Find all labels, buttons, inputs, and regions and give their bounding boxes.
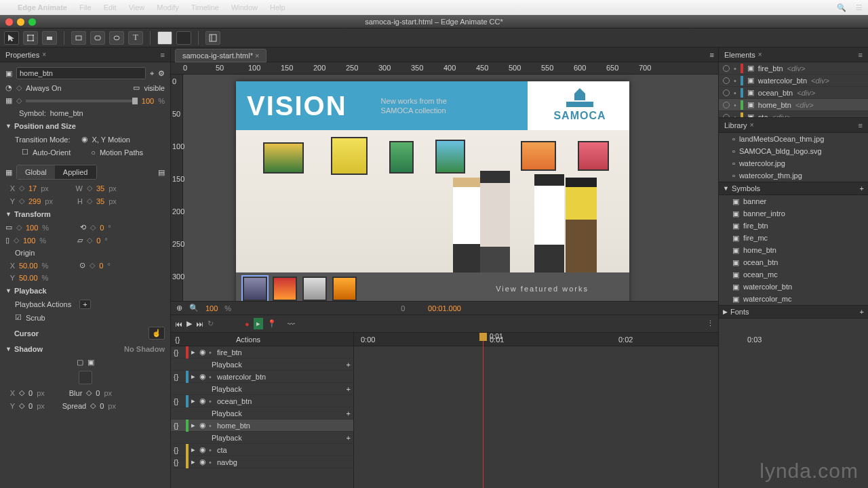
library-symbol[interactable]: ▣home_btn [719,244,868,256]
add-action-icon[interactable]: + [347,434,351,442]
add-action-icon[interactable]: + [347,409,351,418]
lock-icon[interactable]: • [734,77,736,85]
close-window-button[interactable] [5,18,13,26]
shadow-x[interactable]: 0 [28,389,33,397]
pin-button[interactable]: 📍 [267,319,277,328]
motion-paths-option[interactable]: Motion Paths [100,148,143,157]
skew-value[interactable]: 0 [96,237,100,245]
text-tool-button[interactable]: T [128,31,143,45]
visibility-eye-icon[interactable] [723,77,730,84]
panel-menu-icon[interactable]: ≡ [859,121,863,129]
panel-menu-icon[interactable]: ≡ [161,51,165,59]
visibility-toggle-icon[interactable]: ◉ [199,348,206,357]
library-symbol[interactable]: ▣banner_intro [719,207,868,220]
rounded-rect-tool-button[interactable] [90,31,105,45]
coord-icon[interactable]: ▦ [5,168,12,177]
center-stage-icon[interactable]: ⊕ [176,304,182,312]
clip-tool-button[interactable] [42,31,57,45]
easing-button[interactable]: 〰 [288,320,295,328]
shadow-spread[interactable]: 0 [100,402,104,410]
library-symbol[interactable]: ▣watercolor_btn [719,281,868,293]
radio-off-icon[interactable]: ○ [91,148,96,157]
auto-keyframe-button[interactable]: ● [245,320,250,328]
close-tab-icon[interactable]: × [42,51,46,58]
go-to-start-button[interactable]: ⏮ [175,320,182,328]
w-value[interactable]: 35 [96,184,104,192]
library-asset[interactable]: ▫watercolor.jpg [719,157,868,169]
origin-y-value[interactable]: 50.00 [19,274,38,282]
timeline-sublayer[interactable]: Playback+ [171,432,353,444]
y-value[interactable]: 299 [28,197,41,205]
play-button[interactable]: ▶ [186,319,192,328]
xy-motion-option[interactable]: X, Y Motion [92,136,130,144]
thumb-ocean[interactable] [332,277,357,301]
element-row[interactable]: •▣watercolor_btn<div> [719,75,868,87]
visibility-toggle-icon[interactable]: ◉ [199,421,206,430]
add-symbol-button[interactable]: + [860,184,864,192]
playhead-handle[interactable] [479,333,487,341]
thumb-fire[interactable] [273,277,297,301]
always-on-icon[interactable]: ◔ [5,83,12,92]
visibility-eye-icon[interactable] [723,102,730,108]
panel-menu-icon[interactable]: ≡ [859,51,863,59]
close-tab-icon[interactable]: × [750,121,754,129]
library-asset[interactable]: ▫SAMOCA_bldg_logo.svg [719,145,868,157]
global-button[interactable]: Global [17,165,55,179]
layer-actions-icon[interactable]: {} [174,348,183,357]
layer-actions-icon[interactable]: {} [174,422,183,430]
thumb-home[interactable] [243,277,267,301]
library-asset[interactable]: ▫landMeetsOcean_thm.jpg [719,133,868,145]
selection-tool-button[interactable] [4,31,19,45]
add-action-icon[interactable]: + [347,385,351,393]
timeline-ruler[interactable]: 0:000:010:020:03 [354,333,718,346]
layer-actions-icon[interactable]: {} [174,373,183,381]
menu-file[interactable]: File [79,3,92,12]
menu-extras-icon[interactable]: ☰ [856,3,863,12]
loop-button[interactable]: ↻ [208,319,214,328]
opacity-value[interactable]: 100 [142,97,154,105]
zoom-value[interactable]: 100 [205,304,218,312]
shadow-y[interactable]: 0 [28,402,33,410]
visibility-eye-icon[interactable] [723,89,730,96]
fill-color-swatch[interactable] [157,31,172,45]
visibility-value[interactable]: visible [144,84,165,92]
shadow-color-swatch[interactable] [79,371,92,384]
outer-shadow-toggle[interactable]: ▢ [77,358,83,367]
visibility-eye-icon[interactable] [723,65,730,72]
transform-section[interactable]: ▼Transform [5,207,165,221]
auto-orient-option[interactable]: Auto-Orient [33,148,71,157]
timeline-layer[interactable]: {}▸◉•fire_btn [171,346,353,359]
coord-mode-segment[interactable]: Global Applied [16,165,97,180]
spotlight-icon[interactable]: 🔍 [837,3,846,12]
timeline-layer[interactable]: {}▸◉•navbg [171,456,353,468]
timeline-layer[interactable]: {}▸◉•home_btn [171,420,353,432]
library-symbol[interactable]: ▣ocean_mc [719,268,868,281]
element-row[interactable]: •▣fire_btn<div> [719,62,868,75]
properties-tab[interactable]: Properties × ≡ [0,47,170,62]
layout-presets-button[interactable] [205,31,220,45]
zoom-window-button[interactable] [28,18,36,26]
menu-view[interactable]: View [129,3,145,12]
cursor-section[interactable]: ▼Cursor ☝ [5,324,165,342]
diamond-keyframe-icon[interactable]: ◇ [16,83,22,92]
lock-icon[interactable]: • [734,89,736,97]
library-symbol[interactable]: ▣fire_btn [719,220,868,232]
scale-y-value[interactable]: 100 [23,237,35,245]
h-value[interactable]: 35 [96,197,104,205]
stage[interactable]: VISION New works from the SAMOCA collect… [236,81,629,301]
visibility-icon[interactable]: ▭ [133,83,140,92]
add-action-icon[interactable]: + [347,361,351,369]
element-row[interactable]: •▣home_btn<div> [719,99,868,111]
rectangle-tool-button[interactable] [71,31,86,45]
timeline-layer[interactable]: {}▸◉•cta [171,444,353,456]
layout-icon[interactable]: ▤ [158,168,165,177]
shadow-section[interactable]: ▼Shadow No Shadow [5,342,165,356]
lock-icon[interactable]: • [734,101,736,109]
shadow-blur[interactable]: 0 [96,389,100,397]
origin-rotate-value[interactable]: 0 [99,262,103,270]
menu-window[interactable]: Window [231,3,258,12]
settings-icon[interactable]: ⚙ [158,69,165,78]
timeline-timecode[interactable]: 00:01.000 [428,304,461,312]
timeline-tracks[interactable]: 0:000:010:020:03 0:01 [354,333,718,488]
lock-icon[interactable]: • [734,113,736,119]
